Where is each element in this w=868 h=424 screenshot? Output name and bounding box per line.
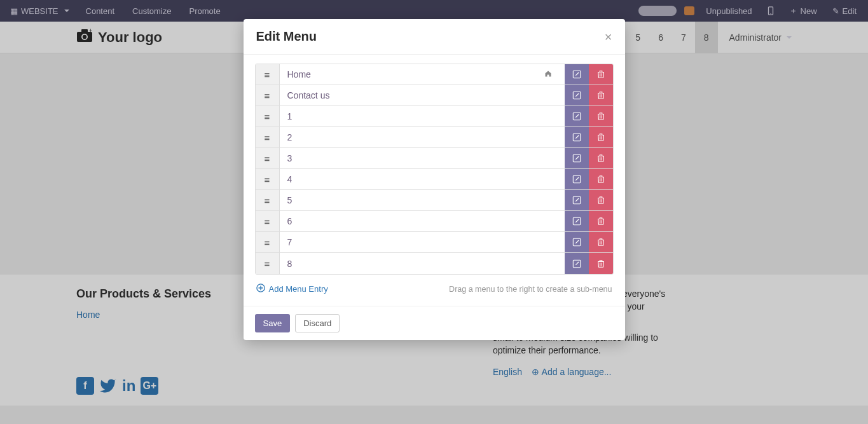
menu-item-label[interactable]: Contact us — [280, 85, 565, 106]
drag-handle-icon[interactable] — [256, 232, 280, 252]
discard-button[interactable]: Discard — [295, 314, 340, 332]
menu-row: Home — [256, 64, 613, 85]
edit-menu-item-button[interactable] — [565, 169, 589, 189]
plus-circle-icon — [256, 284, 265, 294]
delete-menu-item-button[interactable] — [589, 190, 613, 210]
edit-menu-item-button[interactable] — [565, 232, 589, 252]
menu-item-label[interactable]: 3 — [280, 148, 565, 168]
menu-item-label[interactable]: 5 — [280, 190, 565, 210]
delete-menu-item-button[interactable] — [589, 64, 613, 85]
drag-handle-icon[interactable] — [256, 190, 280, 210]
edit-menu-modal: Edit Menu × HomeContact us12345678 Add M… — [244, 19, 625, 340]
delete-menu-item-button[interactable] — [589, 127, 613, 147]
drag-handle-icon[interactable] — [256, 85, 280, 106]
drag-hint: Drag a menu to the right to create a sub… — [449, 285, 612, 294]
menu-row: 5 — [256, 190, 613, 211]
delete-menu-item-button[interactable] — [589, 148, 613, 168]
drag-handle-icon[interactable] — [256, 127, 280, 147]
drag-handle-icon[interactable] — [256, 169, 280, 189]
menu-item-label[interactable]: 8 — [280, 253, 565, 274]
menu-row: 8 — [256, 253, 613, 274]
menu-item-label[interactable]: Home — [280, 64, 565, 85]
menu-row: 4 — [256, 169, 613, 190]
edit-menu-item-button[interactable] — [565, 211, 589, 231]
drag-handle-icon[interactable] — [256, 253, 280, 274]
menu-item-label[interactable]: 6 — [280, 211, 565, 231]
menu-item-label[interactable]: 7 — [280, 232, 565, 252]
menu-row: 1 — [256, 106, 613, 127]
drag-handle-icon[interactable] — [256, 211, 280, 231]
delete-menu-item-button[interactable] — [589, 169, 613, 189]
drag-handle-icon[interactable] — [256, 148, 280, 168]
add-menu-entry-link[interactable]: Add Menu Entry — [256, 284, 328, 294]
close-icon[interactable]: × — [605, 31, 612, 43]
modal-title: Edit Menu — [256, 29, 317, 44]
drag-handle-icon[interactable] — [256, 106, 280, 127]
menu-row: 7 — [256, 232, 613, 253]
edit-menu-item-button[interactable] — [565, 148, 589, 168]
delete-menu-item-button[interactable] — [589, 253, 613, 274]
edit-menu-item-button[interactable] — [565, 190, 589, 210]
menu-row: Contact us — [256, 85, 613, 106]
menu-row: 6 — [256, 211, 613, 232]
delete-menu-item-button[interactable] — [589, 85, 613, 106]
edit-menu-item-button[interactable] — [565, 127, 589, 147]
edit-menu-item-button[interactable] — [565, 85, 589, 106]
menu-item-label[interactable]: 1 — [280, 106, 565, 127]
menu-row: 3 — [256, 148, 613, 169]
delete-menu-item-button[interactable] — [589, 106, 613, 127]
delete-menu-item-button[interactable] — [589, 211, 613, 231]
delete-menu-item-button[interactable] — [589, 232, 613, 252]
menu-row: 2 — [256, 127, 613, 148]
edit-menu-item-button[interactable] — [565, 253, 589, 274]
menu-item-label[interactable]: 4 — [280, 169, 565, 189]
add-menu-entry-label: Add Menu Entry — [269, 284, 328, 294]
home-icon — [544, 70, 552, 79]
edit-menu-item-button[interactable] — [565, 106, 589, 127]
save-button[interactable]: Save — [255, 314, 291, 332]
menu-list: HomeContact us12345678 — [255, 64, 614, 275]
edit-menu-item-button[interactable] — [565, 64, 589, 85]
drag-handle-icon[interactable] — [256, 64, 280, 85]
menu-item-label[interactable]: 2 — [280, 127, 565, 147]
